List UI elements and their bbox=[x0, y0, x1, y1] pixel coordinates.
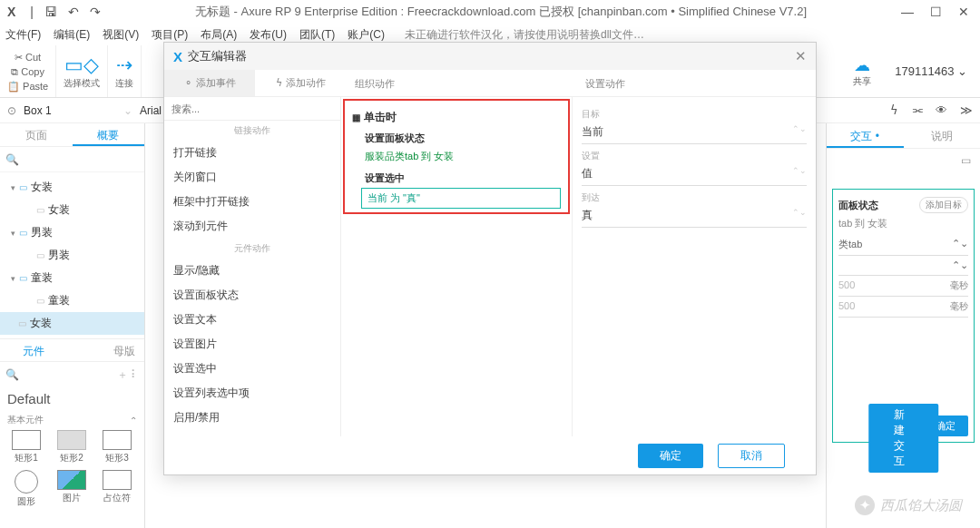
copy-button[interactable]: ⧉ Copy bbox=[11, 64, 44, 79]
action-item[interactable]: 打开链接 bbox=[164, 141, 340, 165]
add-lib-icon[interactable]: ＋ ⠇ bbox=[117, 367, 139, 383]
tab-add-action[interactable]: ϟ 添加动作 bbox=[255, 70, 346, 96]
outline-search[interactable]: 🔍 bbox=[0, 147, 144, 172]
select-mode-group[interactable]: ▭◇ 选择模式 bbox=[56, 45, 108, 97]
action-item[interactable]: 设置选中 bbox=[164, 357, 340, 381]
interaction-editor-dialog: X交互编辑器 ✕ ⚬ 添加事件 ϟ 添加动作 组织动作 设置动作 链接动作 打开… bbox=[163, 42, 817, 475]
connect-icon: ⇢ bbox=[116, 54, 132, 77]
widget-rect1[interactable]: 矩形1 bbox=[4, 430, 49, 464]
event-desc: tab 到 女装 bbox=[838, 213, 968, 234]
minimize-icon[interactable]: — bbox=[901, 5, 914, 19]
action-item[interactable]: 设置图片 bbox=[164, 332, 340, 357]
widget-search[interactable]: 🔍＋ ⠇ bbox=[0, 362, 144, 387]
expand-icon[interactable]: ≫ bbox=[960, 103, 973, 117]
field-set[interactable]: 值⌃⌄ bbox=[582, 162, 807, 186]
cut-button[interactable]: ✂ Cut bbox=[15, 50, 41, 64]
tree-node[interactable]: ▾▭男装 bbox=[0, 221, 144, 244]
widget-circle[interactable]: 圆形 bbox=[4, 470, 49, 508]
menu-team[interactable]: 团队(T) bbox=[299, 27, 335, 43]
action-item[interactable]: 启用/禁用 bbox=[164, 406, 340, 430]
menu-project[interactable]: 项目(P) bbox=[152, 27, 188, 43]
undo-icon[interactable]: ↶ bbox=[68, 5, 79, 19]
case-action-selected[interactable]: 当前 为 "真" bbox=[361, 188, 561, 209]
tree-node[interactable]: ▾▭童装 bbox=[0, 267, 144, 289]
case-action-title[interactable]: 设置选中 bbox=[352, 169, 561, 188]
action-item[interactable]: 移动 bbox=[164, 430, 340, 436]
menu-publish[interactable]: 发布(U) bbox=[250, 27, 287, 43]
event-title[interactable]: ▦单击时 bbox=[352, 106, 561, 129]
eye-icon[interactable]: 👁 bbox=[936, 103, 947, 117]
action-search-input[interactable] bbox=[164, 97, 340, 121]
event-column: ▦单击时 设置面板状态 服装品类tab 到 女装 设置选中 当前 为 "真" bbox=[341, 97, 573, 436]
outline-tree: ▾▭女装 ▭女装 ▾▭男装 ▭男装 ▾▭童装 ▭童装 ▭女装 bbox=[0, 172, 144, 338]
action-list: 链接动作 打开链接 关闭窗口 框架中打开链接 滚动到元件 元件动作 显示/隐藏 … bbox=[164, 97, 341, 436]
widget-image[interactable]: 图片 bbox=[49, 470, 94, 508]
lightning-icon[interactable]: ϟ bbox=[890, 103, 898, 117]
widget-rect3[interactable]: 矩形3 bbox=[94, 430, 140, 464]
case-action-desc: 服装品类tab 到 女装 bbox=[352, 148, 561, 169]
tab-page[interactable]: 页面 bbox=[0, 123, 73, 146]
widget-placeholder[interactable]: 占位符 bbox=[94, 470, 140, 508]
widget-rect2[interactable]: 矩形2 bbox=[49, 430, 94, 464]
field-tab[interactable]: 类tab⌃⌄ bbox=[838, 234, 968, 256]
dialog-close-icon[interactable]: ✕ bbox=[795, 48, 807, 64]
tab-notes[interactable]: 说明 bbox=[904, 123, 981, 148]
collapse-icon[interactable]: ⌃ bbox=[130, 416, 137, 425]
widget-name-select[interactable]: Box 1 ⌄ bbox=[24, 104, 132, 117]
redo-icon[interactable]: ↷ bbox=[90, 5, 101, 19]
basic-widgets-label: 基本元件 bbox=[7, 414, 44, 426]
clipboard-group: ✂ Cut ⧉ Copy 📋 Paste bbox=[0, 45, 56, 97]
add-target-button[interactable]: 添加目标 bbox=[919, 197, 968, 213]
license-number[interactable]: 179111463 ⌄ bbox=[895, 64, 967, 78]
tree-node-selected[interactable]: ▭女装 bbox=[0, 312, 144, 335]
close-icon[interactable]: ✕ bbox=[958, 5, 969, 19]
field-empty1[interactable]: ⌃⌄ bbox=[838, 256, 968, 276]
action-item[interactable]: 设置文本 bbox=[164, 308, 340, 332]
right-pane: 交互 • 说明 ▭ 面板状态添加目标 tab 到 女装 类tab⌃⌄ ⌃⌄ 50… bbox=[826, 123, 980, 528]
action-item[interactable]: 显示/隐藏 bbox=[164, 259, 340, 283]
select-mode-label: 选择模式 bbox=[64, 77, 100, 90]
tree-node[interactable]: ▭女装 bbox=[0, 199, 144, 221]
inspector-icon[interactable]: ▭ bbox=[827, 149, 980, 172]
field-dur2[interactable]: 500毫秒 bbox=[838, 297, 968, 318]
menu-edit[interactable]: 编辑(E) bbox=[54, 27, 90, 43]
tab-masters[interactable]: 母版 bbox=[68, 339, 145, 361]
new-interaction-button[interactable]: 新建交互 bbox=[868, 404, 939, 473]
field-to[interactable]: 真⌃⌄ bbox=[582, 204, 807, 228]
tree-node[interactable]: ▭男装 bbox=[0, 244, 144, 267]
col-head-settings: 设置动作 bbox=[585, 70, 625, 97]
save-icon[interactable]: 🖫 bbox=[44, 5, 57, 19]
action-item[interactable]: 设置面板状态 bbox=[164, 283, 340, 308]
menu-arrange[interactable]: 布局(A) bbox=[201, 27, 237, 43]
title-bar: X | 🖫 ↶ ↷ 无标题 - Axure RP 9 Enterprise Ed… bbox=[0, 0, 980, 24]
menu-file[interactable]: 文件(F) bbox=[5, 27, 41, 43]
divider-icon: | bbox=[30, 5, 34, 19]
action-item[interactable]: 关闭窗口 bbox=[164, 165, 340, 190]
dialog-titlebar[interactable]: X交互编辑器 ✕ bbox=[164, 43, 816, 70]
connect-group[interactable]: ⇢ 连接 bbox=[108, 45, 142, 97]
action-item[interactable]: 框架中打开链接 bbox=[164, 190, 340, 214]
tree-node[interactable]: ▾▭女装 bbox=[0, 176, 144, 199]
cloud-icon: ☁ bbox=[854, 55, 870, 75]
field-dur1[interactable]: 500毫秒 bbox=[838, 276, 968, 297]
dialog-ok-button[interactable]: 确定 bbox=[638, 444, 703, 468]
paste-button[interactable]: 📋 Paste bbox=[7, 79, 48, 93]
tab-add-event[interactable]: ⚬ 添加事件 bbox=[164, 70, 255, 96]
dialog-cancel-button[interactable]: 取消 bbox=[718, 444, 785, 468]
tab-interactions[interactable]: 交互 • bbox=[827, 123, 904, 148]
connect-label: 连接 bbox=[115, 77, 133, 90]
interaction-editor-inline: 面板状态添加目标 tab 到 女装 类tab⌃⌄ ⌃⌄ 500毫秒 500毫秒 … bbox=[832, 189, 975, 443]
menu-view[interactable]: 视图(V) bbox=[103, 27, 139, 43]
library-name[interactable]: Default bbox=[0, 387, 144, 410]
menu-account[interactable]: 账户(C) bbox=[348, 27, 385, 43]
tab-widgets[interactable]: 元件 bbox=[0, 339, 68, 361]
case-action-title[interactable]: 设置面板状态 bbox=[352, 129, 561, 148]
action-item[interactable]: 滚动到元件 bbox=[164, 214, 340, 239]
field-target[interactable]: 当前⌃⌄ bbox=[582, 121, 807, 144]
maximize-icon[interactable]: ☐ bbox=[930, 5, 942, 19]
share-group[interactable]: ☁ 共享 bbox=[846, 54, 878, 90]
tab-outline[interactable]: 概要 bbox=[73, 123, 145, 146]
chain-icon[interactable]: ⫘ bbox=[911, 103, 923, 117]
action-item[interactable]: 设置列表选中项 bbox=[164, 381, 340, 406]
tree-node[interactable]: ▭童装 bbox=[0, 289, 144, 312]
